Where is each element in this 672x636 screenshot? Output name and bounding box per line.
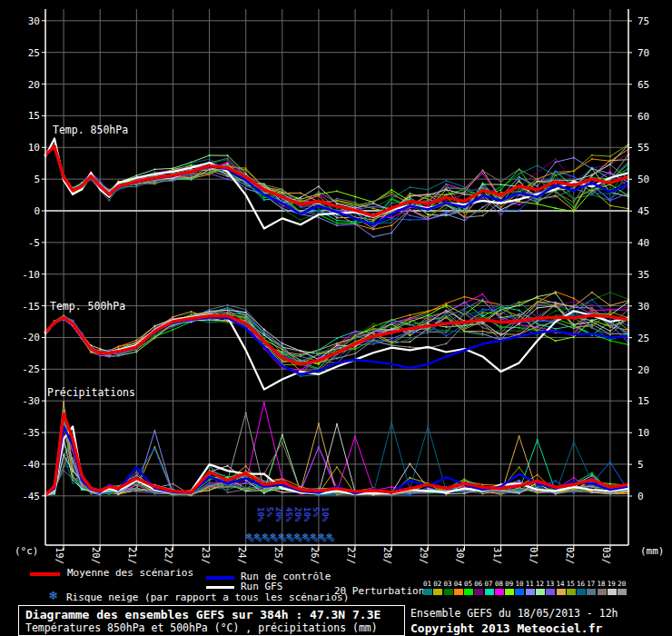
date-label: 30/05 [455, 547, 466, 563]
date-label: 24/05 [237, 547, 248, 563]
perturbation-number-04: 04 [454, 580, 462, 588]
copyright: Copyright 2013 Meteociel.fr [410, 621, 602, 635]
date-label: 03/06 [601, 547, 612, 563]
perturbation-number-14: 14 [557, 580, 565, 588]
perturbation-swatch-02 [433, 589, 442, 595]
perturbation-swatch-19 [608, 589, 617, 595]
snow-risk-percent-label: 5% [265, 507, 274, 517]
perturbation-swatch-01 [423, 589, 432, 595]
perturbation-number-07: 07 [485, 580, 493, 588]
perturbation-swatch-20 [618, 589, 627, 595]
section-label: Précipitations [47, 386, 135, 399]
left-axis-tick-label: -25 [22, 363, 40, 375]
left-axis-tick-label: -30 [22, 395, 40, 407]
right-axis-tick-label: 70 [637, 47, 649, 59]
perturbation-swatch-11 [526, 589, 535, 595]
left-axis-tick-label: -10 [22, 269, 40, 281]
right-axis-unit: (mm) [640, 545, 665, 557]
control-run-line [45, 147, 628, 224]
section-label: Temp. 500hPa [50, 300, 125, 313]
right-axis-tick-label: 5 [637, 459, 644, 471]
perturbation-swatch-13 [546, 589, 555, 595]
left-axis-tick-label: -35 [22, 427, 40, 439]
right-axis-tick-label: 20 [637, 364, 649, 376]
perturbation-swatch-18 [598, 589, 607, 595]
right-axis-tick-label: 30 [637, 301, 649, 313]
perturbation-swatch-03 [444, 589, 453, 595]
perturbation-swatch-04 [454, 589, 463, 595]
left-axis-tick-label: 5 [34, 174, 40, 185]
perturbation-number-09: 09 [505, 580, 513, 588]
perturbation-swatch-09 [505, 589, 514, 595]
chart-subtitle: Températures 850hPa et 500hPa (°C) , pré… [25, 621, 378, 634]
section-label: Temp. 850hPa [53, 124, 128, 136]
date-label: 28/05 [382, 547, 393, 563]
left-axis-tick-label: 25 [28, 47, 40, 59]
perturbation-number-06: 06 [474, 580, 482, 588]
left-axis-tick-label: 15 [28, 110, 40, 122]
perturbation-swatch-12 [536, 589, 545, 595]
date-label: 19/05 [54, 547, 65, 563]
date-label: 20/05 [91, 547, 102, 563]
ensemble-mean-line [45, 315, 628, 364]
perturbation-number-03: 03 [444, 580, 452, 588]
perturbation-number-12: 12 [536, 580, 544, 588]
snow-risk-flake-icon: ❄ [330, 535, 335, 544]
snow-risk-percent-label: 45% [284, 507, 293, 522]
right-axis-tick-label: 10 [637, 427, 649, 439]
perturbation-swatch-14 [557, 589, 566, 595]
chart-title-box: Diagramme des ensembles GEFS sur 384h : … [18, 605, 405, 636]
right-axis-tick-label: 25 [637, 333, 649, 344]
date-label: 27/05 [346, 547, 357, 563]
snowflake-icon: ❄ [48, 589, 58, 602]
gefs-ensemble-screen: Temp. 850hPaTemp. 500hPaPrécipitations30… [0, 0, 672, 636]
ensemble-member-line-05 [45, 313, 628, 369]
ensemble-chart: Temp. 850hPaTemp. 500hPaPrécipitations30… [0, 0, 672, 563]
perturbation-swatch-08 [495, 589, 504, 595]
right-axis-tick-label: 15 [637, 395, 649, 407]
left-axis-tick-label: -5 [28, 237, 40, 249]
right-axis-tick-label: 45 [637, 205, 649, 217]
perturbation-number-11: 11 [526, 580, 534, 588]
date-label: 22/05 [163, 547, 174, 563]
date-label: 01/06 [529, 547, 539, 563]
perturbation-swatch-05 [464, 589, 473, 595]
left-axis-unit: (°c) [15, 545, 39, 557]
left-axis-tick-label: 20 [28, 79, 40, 91]
perturbation-number-13: 13 [546, 580, 554, 588]
perturbation-number-10: 10 [515, 580, 523, 588]
left-axis-tick-label: 10 [28, 142, 40, 154]
left-axis-tick-label: -15 [22, 301, 40, 313]
snow-risk-legend-label: Risque neige (par rapport a tous les scé… [66, 591, 349, 603]
left-axis-tick-label: -40 [22, 459, 40, 471]
perturbation-number-16: 16 [577, 580, 585, 588]
perturbation-swatch-15 [567, 589, 576, 595]
date-label: 26/05 [310, 547, 321, 563]
right-axis-tick-label: 65 [637, 79, 649, 91]
date-label: 31/05 [492, 547, 503, 563]
perturbation-number-19: 19 [608, 580, 616, 588]
right-axis-tick-label: 50 [637, 174, 649, 185]
perturbation-swatch-06 [474, 589, 483, 595]
snow-risk-percent-label: 10% [302, 507, 311, 522]
date-label: 29/05 [419, 547, 430, 563]
right-axis-tick-label: 75 [637, 15, 649, 27]
perturbation-swatch-07 [485, 589, 494, 595]
perturbation-number-08: 08 [495, 580, 503, 588]
date-label: 25/05 [273, 547, 284, 563]
perturbation-number-15: 15 [567, 580, 575, 588]
perturbation-number-05: 05 [464, 580, 472, 588]
snow-risk-percent-label: 20% [293, 507, 302, 522]
perturbation-swatch-10 [515, 589, 524, 595]
perturbation-number-02: 02 [433, 580, 441, 588]
snow-risk-percent-label: 20% [274, 507, 283, 522]
right-axis-tick-label: 40 [637, 237, 649, 249]
right-axis-tick-label: 60 [637, 111, 649, 123]
left-axis-tick-label: -45 [22, 491, 40, 502]
mean-line-label: Moyenne des scénarios [67, 567, 193, 579]
perturbation-number-17: 17 [587, 580, 595, 588]
snow-risk-percent-label: 5% [311, 507, 321, 517]
right-axis-tick-label: 55 [637, 142, 649, 154]
chart-title: Diagramme des ensembles GEFS sur 384h : … [25, 608, 380, 621]
run-info: Ensemble GEFS du 18/05/2013 - 12h [410, 607, 618, 620]
